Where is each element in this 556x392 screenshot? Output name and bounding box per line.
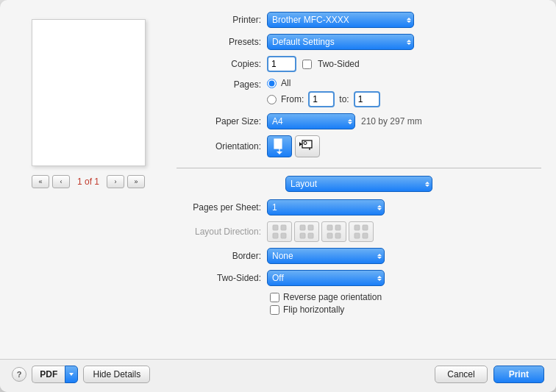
svg-rect-13 [273,233,278,238]
two-sided-select-wrapper: Off [267,270,385,286]
portrait-button[interactable] [267,135,292,157]
paper-size-row: Paper Size: A4 210 by 297 mm [177,113,541,129]
border-select[interactable]: None [267,248,385,264]
presets-row: Presets: Default Settings [177,34,541,50]
footer-left: ? PDF Hide Details [12,366,150,383]
pdf-button[interactable]: PDF [32,366,65,383]
pages-all-radio[interactable] [267,79,277,88]
printer-select-wrapper: Brother MFC-XXXX [267,12,414,28]
svg-rect-18 [308,233,313,238]
cancel-button[interactable]: Cancel [435,366,487,383]
svg-rect-25 [354,233,360,238]
pages-label: Pages: [177,79,261,90]
footer-right: Cancel Print [435,366,544,383]
paper-dimensions: 210 by 297 mm [361,116,422,126]
layout-direction-buttons [267,221,374,242]
svg-rect-5 [276,146,279,146]
copies-input[interactable] [267,56,296,72]
orientation-label: Orientation: [177,141,261,152]
orientation-buttons [267,135,320,157]
layout-dir-z2-icon [299,224,314,239]
print-button[interactable]: Print [493,366,544,383]
last-page-button[interactable]: » [127,175,145,188]
pages-from-row: From: to: [267,91,380,107]
presets-select[interactable]: Default Settings [267,34,414,50]
pages-to-input[interactable] [354,91,380,107]
two-sided-select[interactable]: Off [267,270,385,286]
preview-nav: « ‹ 1 of 1 › » [32,175,145,188]
divider [177,168,541,168]
flip-horizontal-checkbox[interactable] [270,305,279,315]
page-indicator: 1 of 1 [77,177,99,187]
layout-dir-btn-1 [267,221,292,242]
layout-dir-btn-4 [349,221,374,242]
svg-rect-20 [335,225,341,230]
svg-rect-23 [354,225,360,230]
print-dialog: « ‹ 1 of 1 › » Printer: Brother MFC-XXXX [0,0,556,392]
help-button[interactable]: ? [12,367,26,382]
pages-options: All From: to: [267,78,380,107]
layout-dir-z-icon [272,224,287,239]
page-preview [32,19,146,166]
pages-from-radio[interactable] [267,95,277,104]
flip-horizontal-row: Flip horizontally [270,304,541,315]
paper-size-controls: A4 210 by 297 mm [267,113,422,129]
pages-all-row: All [267,78,380,88]
pdf-arrow-button[interactable] [65,366,78,383]
paper-size-select[interactable]: A4 [267,113,355,129]
preview-panel: « ‹ 1 of 1 › » [15,12,162,352]
svg-rect-6 [302,140,312,148]
hide-details-button[interactable]: Hide Details [83,366,150,383]
reverse-page-checkbox[interactable] [270,293,279,302]
next-page-button[interactable]: › [107,175,124,188]
layout-dir-n2-icon [354,224,368,239]
pdf-dropdown-icon [68,371,74,377]
landscape-button[interactable] [295,135,320,157]
prev-page-button[interactable]: ‹ [52,175,70,188]
svg-rect-24 [363,225,368,230]
layout-dir-n-icon [327,224,341,239]
pages-per-sheet-select-wrapper: 1 [267,199,385,215]
copies-row: Copies: Two-Sided [177,56,541,72]
reverse-page-label: Reverse page orientation [283,292,382,302]
section-select-row: Layout [177,176,541,192]
section-select[interactable]: Layout [285,176,432,192]
pages-to-label: to: [339,94,349,104]
pages-from-label: From: [281,94,304,104]
svg-rect-22 [335,233,341,238]
two-sided-label: Two-Sided [318,59,360,69]
first-page-button[interactable]: « [32,175,49,188]
svg-marker-27 [69,373,74,376]
pages-all-label: All [281,78,291,88]
layout-direction-label: Layout Direction: [177,227,261,237]
svg-rect-14 [281,233,286,238]
printer-label: Printer: [177,15,261,25]
pages-from-input[interactable] [308,91,335,107]
svg-rect-4 [276,144,280,145]
svg-rect-15 [300,225,305,230]
two-sided-select-label: Two-Sided: [177,273,261,283]
presets-select-wrapper: Default Settings [267,34,414,50]
layout-dir-btn-3 [321,221,346,242]
layout-direction-row: Layout Direction: [177,221,541,242]
svg-rect-26 [363,233,368,238]
two-sided-checkbox[interactable] [302,60,312,69]
svg-rect-11 [273,225,278,230]
two-sided-row: Two-Sided: Off [177,270,541,286]
orientation-row: Orientation: [177,135,541,157]
printer-row: Printer: Brother MFC-XXXX [177,12,541,28]
pages-row: Pages: All From: to: [177,78,541,107]
dialog-body: « ‹ 1 of 1 › » Printer: Brother MFC-XXXX [0,0,556,359]
printer-select[interactable]: Brother MFC-XXXX [267,12,414,28]
layout-dir-btn-2 [294,221,319,242]
border-row: Border: None [177,248,541,264]
svg-rect-17 [300,233,305,238]
pages-per-sheet-select[interactable]: 1 [267,199,385,215]
dialog-footer: ? PDF Hide Details Cancel Print [0,359,556,392]
flip-horizontal-label: Flip horizontally [283,304,344,315]
copies-label: Copies: [177,59,261,69]
paper-size-select-wrapper: A4 [267,113,355,129]
svg-rect-21 [327,233,332,238]
portrait-icon [273,138,286,154]
pages-per-sheet-label: Pages per Sheet: [177,202,261,213]
